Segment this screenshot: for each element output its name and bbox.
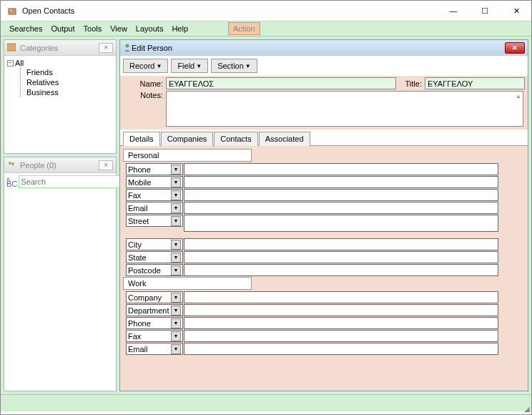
categories-close-icon[interactable]: ✕ [99,43,113,53]
chevron-down-icon: ▼ [171,306,181,316]
field-value-input[interactable] [184,251,498,263]
title-label: Title: [396,79,425,88]
search-input[interactable] [19,175,122,188]
maximize-button[interactable]: ☐ [476,4,494,18]
field-value-input[interactable] [184,330,498,342]
minimize-button[interactable]: — [444,4,463,18]
chevron-down-icon: ▼ [171,240,181,250]
field-type-select[interactable]: Email▼ [126,343,183,355]
tab-details[interactable]: Details [123,132,160,146]
chevron-down-icon: ▼ [171,190,181,200]
menu-output[interactable]: Output [46,23,79,34]
field-type-select[interactable]: Phone▼ [126,317,183,329]
title-input[interactable] [425,77,525,89]
edit-panel-title: Edit Person [132,44,172,52]
people-panel: People (0) ✕ ABC [4,157,117,391]
field-type-select[interactable]: Email▼ [126,202,183,214]
chevron-down-icon: ▼ [171,203,181,213]
details-pane: PersonalPhone▼Mobile▼Fax▼Email▼Street▼Ci… [120,146,528,391]
people-icon [7,160,17,170]
field-value-input[interactable] [184,238,498,250]
svg-rect-2 [7,44,16,51]
menu-searches[interactable]: Searches [5,23,46,34]
menu-bar: Searches Output Tools View Layouts Help … [1,21,531,36]
edit-close-button[interactable]: ✕ [505,42,525,54]
scroll-up-icon[interactable]: ▲ [516,93,521,99]
field-value-input[interactable] [184,215,498,232]
person-icon [123,43,132,53]
field-type-select[interactable]: Fax▼ [126,189,183,201]
tree-item-relatives[interactable]: Relatives [26,77,113,87]
svg-point-1 [10,9,11,11]
field-type-select[interactable]: Street▼ [126,215,183,227]
chevron-down-icon: ▼ [171,216,181,226]
field-value-input[interactable] [184,291,498,303]
record-dropdown[interactable]: Record▼ [123,59,168,73]
title-bar: Open Contacts — ☐ ✕ [1,1,531,21]
field-value-input[interactable] [184,202,498,214]
abc-icon[interactable]: ABC [6,177,17,187]
window-title: Open Contacts [22,6,444,15]
tree-item-friends[interactable]: Friends [26,67,113,77]
field-type-select[interactable]: Phone▼ [126,163,183,175]
chevron-down-icon: ▼ [171,293,181,303]
menu-view[interactable]: View [106,23,132,34]
tab-bar: Details Companies Contacts Associated [120,130,528,146]
chevron-down-icon: ▼ [171,177,181,187]
field-value-input[interactable] [184,189,498,201]
notes-textarea[interactable]: ▲ [166,91,523,127]
field-type-select[interactable]: Postcode▼ [126,264,183,276]
tree-item-business[interactable]: Business [26,87,113,97]
form-header: Name: Title: Notes: ▲ [120,76,528,130]
notes-label: Notes: [123,91,166,99]
status-bar [1,394,531,411]
field-value-input[interactable] [184,343,498,355]
menu-help[interactable]: Help [167,23,192,34]
chevron-down-icon: ▼ [171,253,181,263]
edit-toolbar: Record▼ Field▼ Section▼ [120,56,528,76]
field-type-select[interactable]: Company▼ [126,291,183,303]
people-title: People (0) [20,161,56,170]
field-value-input[interactable] [184,264,498,276]
tree-collapse-icon[interactable]: − [7,60,14,67]
name-input[interactable] [166,77,396,89]
tab-companies[interactable]: Companies [161,132,214,146]
chevron-down-icon: ▼ [171,265,181,275]
name-label: Name: [123,79,166,88]
field-type-select[interactable]: Mobile▼ [126,176,183,188]
workspace: Categories ✕ − All Friends Relatives Bus… [1,36,531,394]
resize-grip-icon[interactable]: ◢ [524,405,530,413]
field-value-input[interactable] [184,304,498,316]
categories-title: Categories [20,44,58,52]
field-type-select[interactable]: City▼ [126,238,183,250]
close-window-button[interactable]: ✕ [507,4,526,18]
people-close-icon[interactable]: ✕ [99,160,113,170]
chevron-down-icon: ▼ [171,331,181,341]
tree-root-all[interactable]: All [15,59,24,67]
svg-point-5 [126,44,129,48]
field-value-input[interactable] [184,176,498,188]
field-dropdown[interactable]: Field▼ [171,59,208,73]
tab-associated[interactable]: Associated [259,132,310,146]
tab-contacts[interactable]: Contacts [214,132,257,146]
chevron-down-icon: ▼ [171,344,181,354]
section-dropdown[interactable]: Section▼ [211,59,257,73]
field-type-select[interactable]: Department▼ [126,304,183,316]
field-value-input[interactable] [184,163,498,175]
menu-layouts[interactable]: Layouts [132,23,168,34]
categories-icon [7,43,17,53]
field-type-select[interactable]: Fax▼ [126,330,183,342]
action-button[interactable]: Action [228,22,260,35]
section-work[interactable]: Work [123,277,252,290]
categories-panel: Categories ✕ − All Friends Relatives Bus… [4,39,117,154]
svg-point-4 [11,162,14,165]
chevron-down-icon: ▼ [171,165,181,175]
app-icon [6,5,18,16]
svg-point-3 [9,162,11,165]
section-personal[interactable]: Personal [123,149,252,162]
menu-tools[interactable]: Tools [79,23,107,34]
categories-tree: − All Friends Relatives Business [4,56,116,153]
field-value-input[interactable] [184,317,498,329]
svg-rect-0 [9,9,16,14]
field-type-select[interactable]: State▼ [126,251,183,263]
